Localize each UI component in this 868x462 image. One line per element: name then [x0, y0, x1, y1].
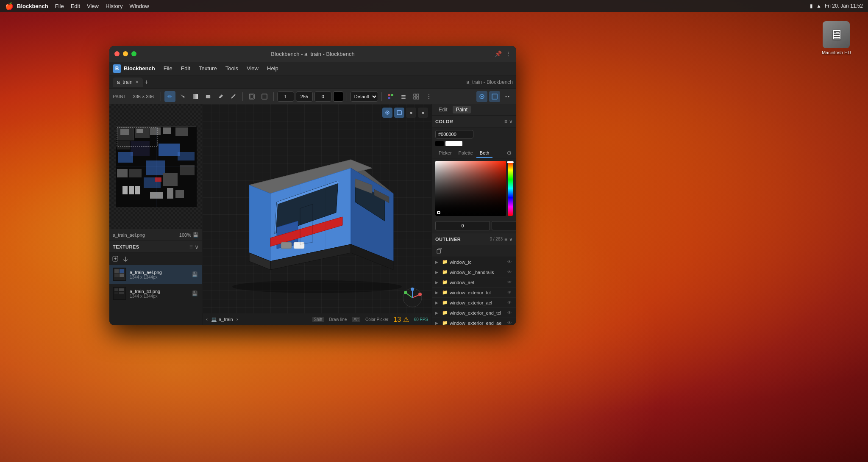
viewport-model-name: a_train [219, 317, 233, 322]
maximize-button[interactable] [131, 51, 136, 56]
texture-save-icon[interactable]: 💾 [193, 232, 199, 238]
color-collapse-btn[interactable]: ∨ [509, 119, 513, 124]
color-tab-picker[interactable]: Picker [435, 149, 455, 158]
texture-add-new[interactable] [111, 255, 120, 263]
texture-item-tcl[interactable]: a_train_tcl.png 1344 x 1344px 💾 [109, 284, 202, 303]
texture-item-ael[interactable]: a_train_ael.png 1344 x 1344px 💾 [109, 265, 202, 284]
outliner-eye-1[interactable]: 👁 [506, 259, 513, 266]
viewport-btn-options[interactable] [502, 91, 513, 102]
viewport-btn-texture[interactable] [489, 91, 500, 102]
menubar-window[interactable]: Window [129, 3, 149, 9]
color-hue-strip[interactable] [508, 161, 513, 216]
menu-file[interactable]: File [160, 64, 176, 72]
menu-help[interactable]: Help [264, 64, 282, 72]
outliner-item-window-tcl[interactable]: ▶ 📁 window_tcl 👁 [432, 257, 516, 267]
outliner-item-window-exterior-end-tcl[interactable]: ▶ 📁 window_exterior_end_tcl 👁 [432, 308, 516, 318]
texture-canvas-area[interactable] [109, 104, 202, 229]
rgb-r-input[interactable] [435, 221, 490, 230]
tool-pencil[interactable]: ✏ [164, 91, 175, 102]
rgb-g-input[interactable] [492, 221, 516, 230]
more-button[interactable]: ⋮ [505, 50, 511, 57]
outliner-item-window-tcl-handrails[interactable]: ▶ 📁 window_tcl_handrails 👁 [432, 267, 516, 277]
toolbar-sep-1 [161, 92, 161, 101]
color-settings-btn[interactable]: ⚙ [506, 149, 513, 158]
viewport-prev-btn[interactable]: ‹ [206, 316, 208, 322]
texture-action-tcl[interactable]: 💾 [190, 289, 199, 298]
textures-menu-btn[interactable]: ≡ [189, 243, 193, 250]
toolbar-input-1[interactable] [277, 91, 294, 102]
menubar-view[interactable]: View [87, 3, 99, 9]
outliner-eye-5[interactable]: 👁 [506, 299, 513, 306]
svg-rect-39 [163, 173, 178, 186]
viewport-ctrl-dot1[interactable]: ● [406, 108, 416, 118]
pin-button[interactable]: 📌 [495, 50, 502, 57]
color-tab-palette[interactable]: Palette [455, 149, 476, 158]
toolbar-input-3[interactable] [314, 91, 331, 102]
outliner-eye-2[interactable]: 👁 [506, 269, 513, 276]
viewport-ctrl-texture[interactable] [394, 108, 404, 118]
color-gradient-main[interactable] [435, 161, 506, 216]
outliner-item-window-ael[interactable]: ▶ 📁 window_ael 👁 [432, 277, 516, 288]
toolbar-input-2[interactable] [296, 91, 313, 102]
toolbar-color-swatch[interactable] [333, 91, 343, 102]
tab-edit[interactable]: Edit [435, 106, 451, 113]
menu-edit[interactable]: Edit [178, 64, 194, 72]
menu-texture[interactable]: Texture [195, 64, 220, 72]
texture-thumb-tcl [113, 287, 126, 300]
tool-gradient[interactable] [190, 91, 201, 102]
menubar-file[interactable]: File [55, 3, 64, 9]
menubar-history[interactable]: History [106, 3, 122, 9]
tab-paint[interactable]: Paint [453, 106, 471, 113]
outliner-eye-3[interactable]: 👁 [506, 279, 513, 286]
texture-import[interactable] [121, 255, 130, 263]
color-picker-area[interactable] [432, 158, 516, 219]
menubar-edit[interactable]: Edit [71, 3, 80, 9]
tool-uv-overlay[interactable] [246, 91, 257, 102]
outliner-name-2: window_tcl_handrails [450, 270, 504, 275]
color-swatch-black[interactable] [435, 141, 444, 146]
toolbar-btn-layers[interactable] [398, 91, 409, 102]
outliner-eye-4[interactable]: 👁 [506, 289, 513, 296]
tool-eraser[interactable] [203, 91, 214, 102]
toolbar-btn-grid[interactable] [411, 91, 422, 102]
toolbar-btn-more[interactable]: ⋮ [423, 91, 434, 102]
textures-collapse-btn[interactable]: ∨ [195, 243, 199, 250]
texture-action-ael[interactable]: 💾 [190, 270, 199, 279]
outliner-menu-btn[interactable]: ≡ [504, 236, 507, 242]
viewport-next-btn[interactable]: › [236, 316, 238, 322]
apple-menu[interactable]: 🍎 [5, 2, 14, 10]
viewport-ctrl-dot2[interactable]: ● [418, 108, 428, 118]
color-hex-input[interactable] [435, 130, 473, 138]
tool-fill[interactable] [177, 91, 188, 102]
outliner-eye-7[interactable]: 👁 [506, 320, 513, 326]
viewport-ctrl-render[interactable] [382, 108, 392, 118]
close-button[interactable] [114, 51, 120, 56]
menubar-app-name[interactable]: Blockbench [17, 3, 48, 9]
tool-line[interactable] [228, 91, 239, 102]
toolbar-btn-channels[interactable] [385, 91, 396, 102]
navigation-gizmo[interactable]: X Y Z [402, 287, 423, 308]
tool-dropper[interactable] [215, 91, 226, 102]
viewport-btn-render[interactable] [476, 91, 487, 102]
color-tab-both[interactable]: Both [476, 149, 493, 158]
svg-rect-11 [401, 98, 406, 99]
color-swatch-white[interactable] [445, 141, 462, 146]
outliner-item-window-exterior-tcl[interactable]: ▶ 📁 window_exterior_tcl 👁 [432, 288, 516, 298]
minimize-button[interactable] [123, 51, 128, 56]
tab-a-train[interactable]: a_train ✕ [113, 77, 143, 87]
outliner-eye-6[interactable]: 👁 [506, 310, 513, 316]
outliner-collapse-btn[interactable]: ∨ [509, 236, 513, 242]
outliner-item-window-exterior-end-ael[interactable]: ▶ 📁 window_exterior_end_ael 👁 [432, 318, 516, 325]
color-menu-btn[interactable]: ≡ [504, 119, 507, 124]
3d-viewport[interactable]: ● ● X Y Z [203, 104, 431, 325]
desktop-macintosh-hd[interactable]: 🖥 Macintosh HD [822, 21, 851, 55]
menu-view[interactable]: View [243, 64, 262, 72]
tool-crop[interactable] [259, 91, 270, 102]
outliner-cube-btn[interactable] [434, 246, 444, 256]
tab-close-button[interactable]: ✕ [135, 80, 139, 84]
main-toolbar: PAINT 336 × 336 ✏ [109, 89, 516, 104]
outliner-item-window-exterior-ael[interactable]: ▶ 📁 window_exterior_ael 👁 [432, 298, 516, 308]
toolbar-mode-select[interactable]: Default [351, 91, 378, 102]
menu-tools[interactable]: Tools [222, 64, 242, 72]
tab-add-button[interactable]: + [145, 78, 148, 86]
